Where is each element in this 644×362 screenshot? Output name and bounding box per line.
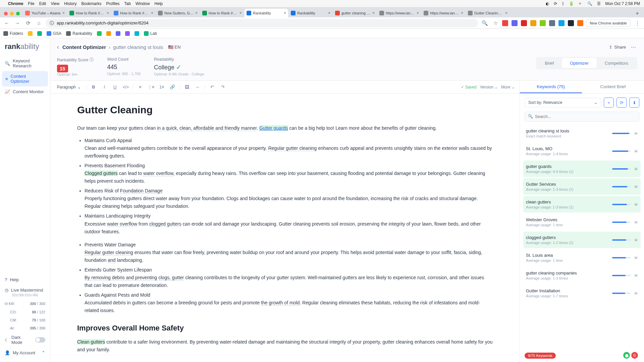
close-tab-icon[interactable]: ×	[151, 11, 153, 15]
zoom-icon[interactable]: 🔍	[481, 19, 489, 27]
profile-avatar[interactable]	[577, 20, 583, 26]
extension-icon[interactable]	[558, 20, 565, 26]
extension-icon[interactable]	[549, 20, 555, 26]
browser-tab[interactable]: New Gutters, Gutte×	[156, 9, 200, 17]
browser-tab[interactable]: Rankability×	[245, 9, 288, 17]
bookmark-item[interactable]	[97, 31, 102, 36]
close-tab-icon[interactable]: ×	[195, 11, 198, 15]
editor-content[interactable]: Gutter Cleaning Our team can keep your g…	[50, 94, 520, 362]
sidebar-item-content-optimizer[interactable]: ≡Content Optimizer	[2, 71, 48, 86]
helper-badge[interactable]: ⬤	[623, 352, 630, 359]
chrome-menu-icon[interactable]: ⋮	[633, 19, 641, 27]
bookmark-item[interactable]	[37, 31, 42, 36]
extensions-menu-icon[interactable]	[568, 20, 574, 26]
browser-tab[interactable]: Rankability×	[289, 9, 332, 17]
tab-content-brief[interactable]: Content Brief	[582, 81, 644, 93]
keyword-item[interactable]: Webster GrovesAverage usage: 1 timeH	[523, 214, 641, 230]
info-icon[interactable]: ⓘ	[90, 57, 94, 63]
keyword-progress-pill[interactable]: 9/75 Keywords	[525, 353, 556, 359]
browser-tab[interactable]: Gutter Cleaning St L×	[466, 9, 509, 17]
keyword-item[interactable]: gutter cleaning companiesAverage usage: …	[523, 267, 641, 284]
close-tab-icon[interactable]: ×	[62, 11, 65, 15]
forward-button[interactable]: →	[13, 19, 21, 27]
tab-competitors[interactable]: Competitors	[597, 58, 636, 68]
browser-tab[interactable]: YouTube – Asana×	[23, 9, 67, 17]
window-controls[interactable]	[3, 12, 22, 17]
close-tab-icon[interactable]: ×	[505, 11, 507, 15]
sidebar-item-content-monitor[interactable]: 📈Content Monitor	[0, 86, 50, 97]
close-tab-icon[interactable]: ×	[107, 11, 109, 15]
hr-button[interactable]: ↔	[194, 83, 201, 91]
tab-brief[interactable]: Brief	[537, 58, 562, 68]
tab-optimizer[interactable]: Optimizer	[562, 58, 597, 68]
keyword-item[interactable]: St. Louis, MOAverage usage: 1-4 timesH	[523, 143, 641, 159]
keyword-item[interactable]: clean guttersAverage usage: 1-3 times (1…	[523, 196, 641, 213]
mac-clock[interactable]: Mon Oct 7 2:58 PM	[605, 1, 640, 6]
version-select[interactable]: Version ⌄	[480, 85, 498, 89]
bookmark-folder[interactable]: Rankability	[66, 31, 92, 36]
keyword-item[interactable]: Gutter ServicesAverage usage: 1-3 times …	[523, 178, 641, 195]
code-button[interactable]: </>	[122, 83, 129, 91]
browser-tab[interactable]: How to Rank #1 in G×	[67, 9, 111, 17]
close-tab-icon[interactable]: ×	[239, 11, 242, 15]
menu-window[interactable]: Window	[136, 1, 150, 6]
bookmark-item[interactable]: GSA	[47, 31, 61, 36]
sidebar-mastermind[interactable]: ◷Live Mastermind 02d:00h:01m:48s	[0, 285, 50, 300]
bold-button[interactable]: B	[90, 83, 97, 91]
minimize-window-icon[interactable]	[10, 12, 14, 15]
logo[interactable]: rankability	[0, 42, 50, 56]
maximize-window-icon[interactable]	[16, 12, 20, 15]
add-keyword-button[interactable]: +	[604, 98, 614, 108]
keyword-search-input[interactable]	[525, 112, 639, 122]
status-icon[interactable]: ◐	[546, 1, 549, 6]
bullet-list-button[interactable]: ⋮≡	[147, 83, 155, 91]
close-tab-icon[interactable]: ×	[328, 11, 330, 15]
address-bar[interactable]: ⓘ app.rankability.com/gotch-digital/opti…	[46, 19, 478, 27]
mac-app-name[interactable]: Chrome	[8, 1, 23, 6]
more-select[interactable]: More ⌄	[501, 85, 515, 89]
star-icon[interactable]: ☆	[491, 19, 499, 27]
keyword-item[interactable]: clogged guttersAverage usage: 1-2 times …	[523, 232, 641, 248]
export-keywords-button[interactable]: ⬇	[629, 98, 639, 108]
bookmark-item[interactable]	[28, 31, 33, 36]
bookmark-item[interactable]: Lab	[144, 31, 157, 36]
dark-mode-toggle[interactable]: ☾Dark Mode	[0, 332, 50, 348]
helper-badge[interactable]: G	[631, 352, 638, 359]
extension-icon[interactable]	[521, 20, 527, 26]
menu-profiles[interactable]: Profiles	[106, 1, 120, 6]
control-center-icon[interactable]: ☰	[597, 1, 601, 6]
keyword-item[interactable]: St. Louis areaAverage usage: 1 timeH	[523, 249, 641, 266]
bookmark-item[interactable]	[106, 31, 111, 36]
reload-button[interactable]: ⟳	[24, 19, 32, 27]
keyword-item[interactable]: gutter cleaning st louisExact match keyw…	[523, 125, 641, 141]
close-window-icon[interactable]	[4, 12, 8, 15]
bookmark-item[interactable]	[125, 31, 130, 36]
extension-icon[interactable]	[540, 20, 546, 26]
bluetooth-icon[interactable]: ᛒ	[562, 1, 564, 6]
search-icon[interactable]: 🔍	[587, 1, 592, 6]
menu-view[interactable]: View	[51, 1, 59, 6]
battery-icon[interactable]: 🔋	[569, 1, 574, 6]
menu-tab[interactable]: Tab	[124, 1, 131, 6]
back-arrow-button[interactable]: ‹	[57, 44, 59, 51]
sort-select[interactable]: Sort by: Relevance⌄	[525, 98, 601, 107]
site-info-icon[interactable]: ⓘ	[50, 20, 54, 26]
bookmark-folder[interactable]: Folders	[3, 31, 23, 36]
image-button[interactable]: 🖼	[183, 83, 191, 91]
redo-button[interactable]: ↷	[219, 83, 226, 91]
browser-tab[interactable]: How to Rank #1 in G×	[200, 9, 244, 17]
refresh-keywords-button[interactable]: ⟳	[616, 98, 627, 108]
ordered-list-button[interactable]: 1≡	[158, 83, 165, 91]
close-tab-icon[interactable]: ×	[461, 11, 463, 15]
home-button[interactable]: ⌂	[35, 19, 43, 27]
back-button[interactable]: ←	[3, 19, 11, 27]
language-selector[interactable]: 🇺🇸 EN	[168, 45, 181, 50]
extension-icon[interactable]	[530, 20, 536, 26]
update-chrome-button[interactable]: New Chrome available	[586, 19, 631, 27]
keyword-item[interactable]: Gutter InstallationAverage usage: 1-7 ti…	[523, 285, 641, 301]
link-gutter-guards[interactable]: Gutter guards	[259, 125, 288, 131]
italic-button[interactable]: I	[101, 83, 108, 91]
link-button[interactable]: 🔗	[169, 83, 176, 91]
menu-file[interactable]: File	[28, 1, 34, 6]
bookmark-item[interactable]	[116, 31, 120, 36]
